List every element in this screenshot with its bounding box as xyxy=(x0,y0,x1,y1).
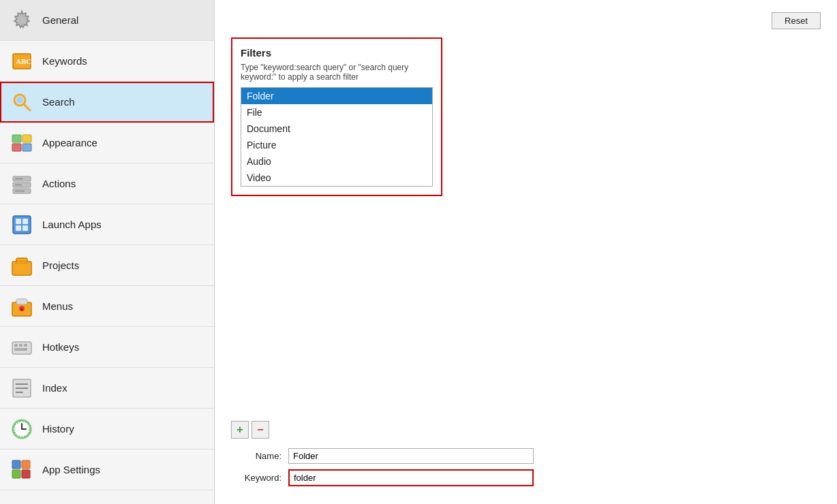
svg-point-5 xyxy=(16,97,23,104)
sidebar-item-keywords-label: Keywords xyxy=(42,55,87,67)
keyword-label: Keyword: xyxy=(231,473,286,483)
svg-line-4 xyxy=(24,104,30,110)
sidebar-item-actions[interactable]: Actions xyxy=(0,163,214,204)
projects-icon xyxy=(10,253,34,278)
remove-filter-button[interactable]: − xyxy=(252,421,269,439)
svg-rect-40 xyxy=(12,460,20,469)
reset-button[interactable]: Reset xyxy=(772,12,821,29)
filter-item[interactable]: Folder xyxy=(241,88,432,104)
filters-list: FolderFileDocumentPictureAudioVideo xyxy=(241,87,433,187)
name-row: Name: xyxy=(231,448,821,464)
keyword-input[interactable] xyxy=(288,469,534,486)
svg-rect-19 xyxy=(16,225,21,231)
history-icon xyxy=(10,417,34,441)
add-filter-button[interactable]: + xyxy=(231,421,249,439)
svg-rect-25 xyxy=(16,299,27,304)
sidebar-item-history-label: History xyxy=(42,423,74,435)
search-icon xyxy=(10,90,34,114)
sidebar-item-projects[interactable]: Projects xyxy=(0,245,214,286)
add-remove-btns: + − xyxy=(231,421,821,439)
sidebar-item-actions-label: Actions xyxy=(42,178,76,189)
launch-apps-icon xyxy=(10,212,34,237)
sidebar-item-general[interactable]: General xyxy=(0,0,214,41)
svg-rect-6 xyxy=(12,135,21,142)
index-icon xyxy=(10,376,34,400)
sidebar-item-index[interactable]: Index xyxy=(0,368,214,409)
sidebar-item-projects-label: Projects xyxy=(42,259,79,271)
sidebar-item-menus-label: Menus xyxy=(42,300,73,312)
appearance-icon xyxy=(10,131,34,155)
filters-box: Filters Type "keyword:search query" or "… xyxy=(231,37,442,196)
name-input[interactable] xyxy=(288,448,534,464)
svg-rect-28 xyxy=(14,344,18,347)
svg-rect-42 xyxy=(12,470,20,478)
filters-title: Filters xyxy=(241,47,433,59)
sidebar-item-hotkeys-label: Hotkeys xyxy=(42,341,79,353)
sidebar-item-hotkeys[interactable]: Hotkeys xyxy=(0,327,214,368)
sidebar-item-index-label: Index xyxy=(42,382,67,394)
svg-rect-7 xyxy=(22,135,31,142)
svg-rect-29 xyxy=(19,344,22,347)
filter-item[interactable]: Video xyxy=(241,170,432,186)
filter-item[interactable]: File xyxy=(241,104,432,121)
sidebar-item-appearance-label: Appearance xyxy=(42,137,97,148)
svg-rect-30 xyxy=(24,344,27,347)
svg-rect-18 xyxy=(22,219,28,224)
sidebar-item-search[interactable]: Search xyxy=(0,82,214,123)
sidebar-item-search-label: Search xyxy=(42,96,75,108)
sidebar-item-general-label: General xyxy=(42,14,78,26)
sidebar-item-history[interactable]: History xyxy=(0,409,214,450)
sidebar-item-appearance[interactable]: Appearance xyxy=(0,123,214,163)
sidebar-item-app-settings-label: App Settings xyxy=(42,464,100,475)
svg-rect-9 xyxy=(22,144,31,151)
app-settings-icon xyxy=(10,458,34,482)
sidebar-item-menus[interactable]: Menus xyxy=(0,286,214,327)
keyword-row: Keyword: xyxy=(231,469,821,486)
actions-icon xyxy=(10,172,34,196)
svg-rect-20 xyxy=(22,225,28,231)
keywords-icon: ABC xyxy=(10,49,34,74)
sidebar-item-keywords[interactable]: ABC Keywords xyxy=(0,41,214,82)
sidebar-item-launch-apps[interactable]: Launch Apps xyxy=(0,204,214,245)
bottom-area: + − Name: Keyword: xyxy=(231,415,821,492)
svg-rect-43 xyxy=(22,470,30,478)
top-bar: Reset xyxy=(231,12,821,29)
filters-hint: Type "keyword:search query" or "search q… xyxy=(241,63,433,82)
name-label: Name: xyxy=(231,451,286,461)
hotkeys-icon xyxy=(10,335,34,360)
filter-item[interactable]: Audio xyxy=(241,153,432,170)
sidebar-item-launch-apps-label: Launch Apps xyxy=(42,219,102,230)
menus-icon xyxy=(10,294,34,319)
svg-rect-31 xyxy=(14,348,27,351)
main-content: Reset Filters Type "keyword:search query… xyxy=(215,0,837,504)
gear-icon xyxy=(10,8,34,33)
svg-rect-16 xyxy=(13,216,31,234)
filter-item[interactable]: Picture xyxy=(241,137,432,153)
svg-rect-8 xyxy=(12,144,21,151)
sidebar: General ABC Keywords Search xyxy=(0,0,215,504)
sidebar-item-app-settings[interactable]: App Settings xyxy=(0,450,214,490)
svg-text:ABC: ABC xyxy=(16,57,31,65)
svg-rect-41 xyxy=(22,460,30,469)
svg-rect-23 xyxy=(12,262,31,275)
filter-item[interactable]: Document xyxy=(241,121,432,137)
svg-rect-17 xyxy=(16,219,21,224)
